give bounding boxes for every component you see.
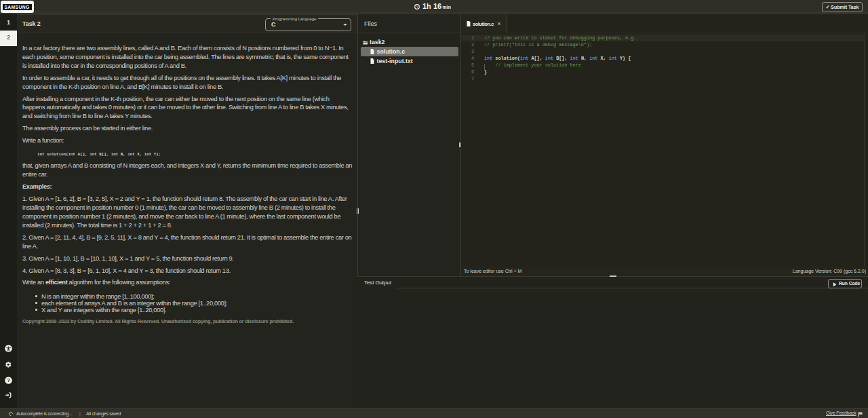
svg-text:?: ?	[7, 377, 10, 383]
